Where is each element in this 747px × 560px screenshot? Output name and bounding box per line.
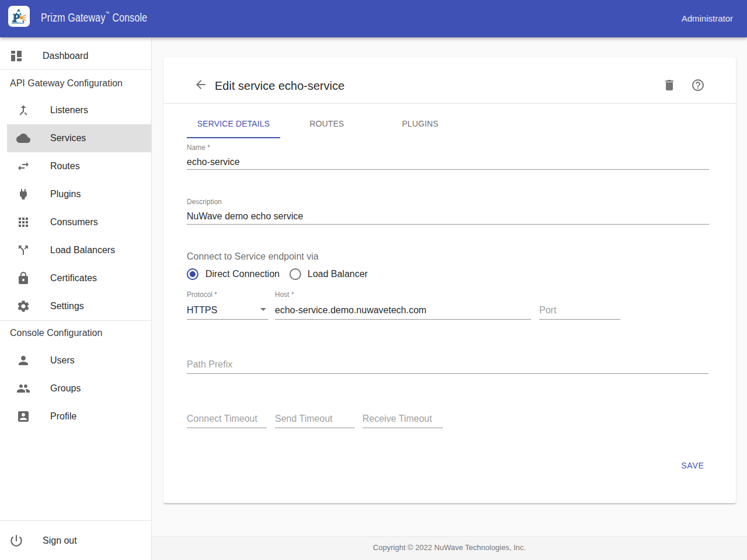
svg-text:P: P xyxy=(13,12,20,24)
